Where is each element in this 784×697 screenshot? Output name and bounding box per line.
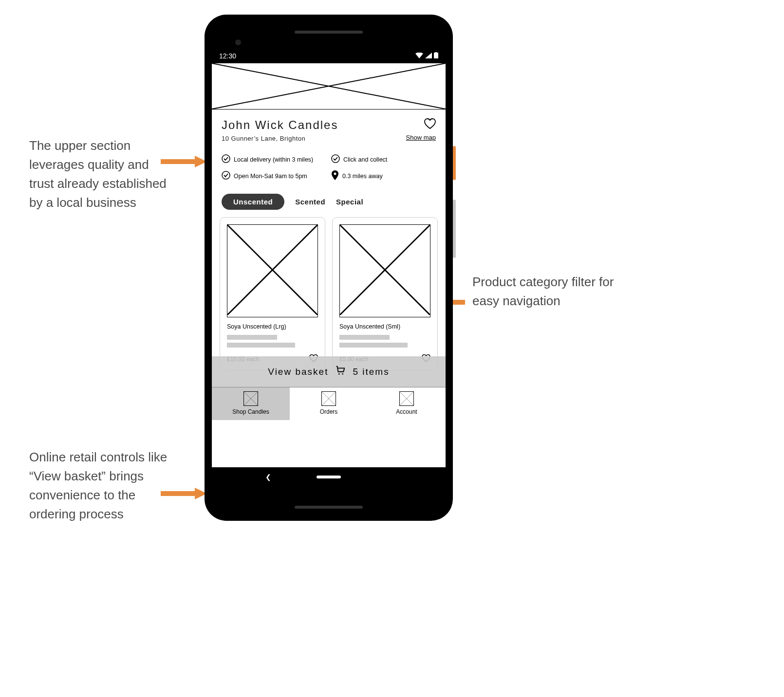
tab-special[interactable]: Special <box>336 198 363 206</box>
tab-scented[interactable]: Scented <box>295 198 325 206</box>
annotation-filter: Product category filter for easy navigat… <box>472 273 618 311</box>
arrow-icon <box>161 155 207 168</box>
info-click-collect: Click and collect <box>331 154 436 165</box>
product-image-placeholder <box>227 224 318 317</box>
bottom-nav: Shop Candles Orders Account <box>212 387 446 420</box>
info-distance: 0.3 miles away <box>331 170 436 182</box>
placeholder-text <box>339 335 430 348</box>
check-icon <box>222 154 230 165</box>
info-hours: Open Mon-Sat 9am to 5pm <box>222 170 326 182</box>
battery-icon <box>434 52 438 60</box>
nav-icon-placeholder <box>243 391 258 406</box>
volume-button <box>453 200 456 258</box>
arrow-icon <box>161 487 207 500</box>
view-basket-bar[interactable]: View basket 5 items <box>212 356 446 387</box>
product-grid: Soya Unscented (Lrg) £10.00 each <box>212 217 446 371</box>
product-image-placeholder <box>339 224 430 317</box>
android-nav-bar: ❮ <box>212 467 446 487</box>
svg-point-13 <box>334 173 336 175</box>
signal-icon <box>425 52 432 60</box>
nav-account[interactable]: Account <box>368 387 446 420</box>
svg-point-12 <box>222 171 230 179</box>
nav-shop[interactable]: Shop Candles <box>212 387 290 420</box>
show-map-link[interactable]: Show map <box>406 134 436 141</box>
pin-icon <box>331 170 339 182</box>
camera-icon <box>235 39 241 45</box>
status-time: 12:30 <box>219 52 236 60</box>
check-icon <box>222 171 230 181</box>
status-bar: 12:30 <box>212 49 446 63</box>
svg-rect-6 <box>434 53 438 58</box>
back-icon[interactable]: ❮ <box>265 473 271 481</box>
tab-unscented[interactable]: Unscented <box>222 194 284 210</box>
shop-address: 10 Gunner’s Lane, Brighton <box>222 135 338 142</box>
shop-info: Local delivery (within 3 miles) Click an… <box>212 147 446 189</box>
product-name: Soya Unscented (Lrg) <box>227 323 318 330</box>
nav-icon-placeholder <box>321 391 336 406</box>
nav-icon-placeholder <box>399 391 414 406</box>
product-card[interactable]: Soya Unscented (Lrg) £10.00 each <box>220 217 325 371</box>
heart-icon[interactable] <box>424 122 436 130</box>
svg-point-11 <box>332 155 339 163</box>
power-button <box>453 146 456 180</box>
svg-point-19 <box>342 373 344 375</box>
svg-rect-7 <box>435 52 437 53</box>
speaker-icon <box>295 31 363 34</box>
check-icon <box>331 154 340 165</box>
product-name: Soya Unscented (Sml) <box>339 323 430 330</box>
phone-mockup: 12:30 <box>205 15 453 521</box>
home-pill-icon[interactable] <box>317 476 341 478</box>
basket-count: 5 items <box>353 367 389 377</box>
annotation-basket: Online retail controls like “View basket… <box>29 448 175 524</box>
basket-label: View basket <box>268 367 328 377</box>
product-card[interactable]: Soya Unscented (Sml) £5.00 each <box>332 217 438 371</box>
svg-point-10 <box>222 155 230 163</box>
hero-image-placeholder <box>212 63 446 110</box>
annotation-upper: The upper section leverages quality and … <box>29 136 175 212</box>
speaker-icon <box>295 506 363 509</box>
cart-icon <box>335 365 346 378</box>
shop-header: John Wick Candles 10 Gunner’s Lane, Brig… <box>212 110 446 147</box>
category-tabs: Unscented Scented Special <box>212 189 446 217</box>
placeholder-text <box>227 335 318 348</box>
shop-title: John Wick Candles <box>222 118 338 132</box>
nav-orders[interactable]: Orders <box>290 387 368 420</box>
info-delivery: Local delivery (within 3 miles) <box>222 154 326 165</box>
svg-point-18 <box>338 373 340 375</box>
wifi-icon <box>415 52 423 60</box>
